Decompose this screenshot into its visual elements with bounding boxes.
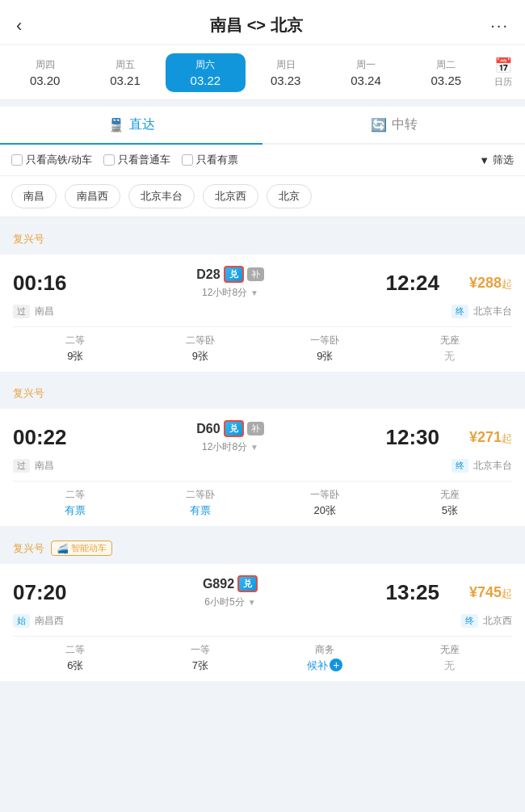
seat-avail-yidengwo-2: 20张 bbox=[314, 503, 336, 518]
seat-wuzuo-2: 无座 5张 bbox=[388, 488, 513, 518]
seat-row-2: 二等 有票 二等卧 有票 一等卧 20张 无座 5张 bbox=[13, 488, 512, 518]
train-card-3[interactable]: 07:20 G892 兑 6小时5分 ▼ 13:25 ¥745起 始 南昌西 bbox=[0, 564, 525, 681]
datenum-thu: 03.20 bbox=[8, 74, 82, 87]
checkbox-putong[interactable] bbox=[103, 154, 115, 166]
depart-time-2: 00:22 bbox=[13, 425, 86, 450]
divider-1 bbox=[13, 326, 512, 327]
station-beijing-west[interactable]: 北京西 bbox=[203, 184, 258, 208]
section-label-3-text: 复兴号 bbox=[13, 542, 44, 554]
train-price-3: ¥745起 bbox=[439, 584, 512, 601]
price-qi-3: 起 bbox=[502, 587, 512, 600]
smart-label: 智能动车 bbox=[71, 542, 107, 554]
train-number-area-1: D28 兑 补 12小时8分 ▼ bbox=[86, 266, 375, 300]
expand-arrow-2[interactable]: ▼ bbox=[250, 443, 258, 452]
train-num-1: D28 bbox=[196, 267, 220, 282]
seat-avail-erdengwo-1: 9张 bbox=[192, 349, 208, 364]
checkbox-gaotie[interactable] bbox=[11, 154, 23, 166]
seat-avail-shangwu-3: 候补 bbox=[307, 658, 328, 673]
seat-wuzuo-3: 无座 无 bbox=[388, 643, 513, 673]
filter-bar: 只看高铁/动车 只看普通车 只看有票 ▼ 筛选 bbox=[0, 145, 525, 176]
seat-type-erdeng-2: 二等 bbox=[65, 488, 85, 502]
expand-arrow-3[interactable]: ▼ bbox=[248, 598, 256, 607]
datenum-sun: 03.23 bbox=[249, 74, 322, 87]
tab-bar: 🚆 直达 🔄 中转 bbox=[0, 107, 525, 145]
seat-wuzuo-1: 无座 无 bbox=[388, 334, 513, 364]
station-nanchang[interactable]: 南昌 bbox=[11, 184, 57, 208]
section-label-1: 复兴号 bbox=[0, 225, 525, 253]
train-duration-row-3: 6小时5分 ▼ bbox=[204, 595, 255, 609]
checkbox-youpiao[interactable] bbox=[182, 154, 193, 166]
weekday-sat: 周六 bbox=[169, 58, 242, 72]
date-item-fri[interactable]: 周五 03.21 bbox=[85, 53, 165, 92]
date-item-tue[interactable]: 周二 03.25 bbox=[406, 53, 486, 92]
station-beijing-fengtai[interactable]: 北京丰台 bbox=[128, 184, 195, 208]
seat-shangwu-3: 商务 候补 + bbox=[262, 643, 388, 673]
train-card-1[interactable]: 00:16 D28 兑 补 12小时8分 ▼ 12:24 ¥288起 过 bbox=[0, 255, 525, 372]
shaixuan-button[interactable]: ▼ 筛选 bbox=[479, 153, 514, 167]
seat-yidengwo-1: 一等卧 9张 bbox=[262, 334, 388, 364]
to-station-2: 北京丰台 bbox=[473, 459, 512, 473]
arrive-time-1: 12:24 bbox=[375, 271, 439, 296]
seat-type-wuzuo-2: 无座 bbox=[440, 488, 460, 502]
section-label-3: 复兴号 🚄 智能动车 bbox=[0, 534, 525, 562]
tab-transfer-label: 中转 bbox=[392, 116, 418, 133]
calendar-button[interactable]: 📅 日历 bbox=[486, 52, 520, 93]
badge-mian-1: 兑 bbox=[224, 266, 244, 283]
train-number-row-1: D28 兑 补 bbox=[196, 266, 263, 283]
weekday-tue: 周二 bbox=[410, 58, 483, 72]
shaixuan-label: 筛选 bbox=[493, 153, 514, 167]
train-price-1: ¥288起 bbox=[439, 275, 512, 292]
seat-type-shangwu-3: 商务 bbox=[315, 643, 334, 657]
date-item-thu[interactable]: 周四 03.20 bbox=[5, 53, 85, 92]
station-beijing[interactable]: 北京 bbox=[267, 184, 312, 208]
filter-putong[interactable]: 只看普通车 bbox=[103, 153, 170, 167]
seat-type-yidengwo-1: 一等卧 bbox=[310, 334, 339, 347]
to-station-1: 北京丰台 bbox=[473, 305, 512, 318]
seat-type-wuzuo-1: 无座 bbox=[440, 334, 460, 347]
seat-type-erdeng-1: 二等 bbox=[65, 334, 85, 347]
expand-arrow-1[interactable]: ▼ bbox=[250, 288, 258, 297]
train-main-row-2: 00:22 D60 兑 补 12小时8分 ▼ 12:30 ¥271起 bbox=[13, 420, 512, 454]
back-button[interactable]: ‹ bbox=[16, 15, 22, 36]
section-label-2: 复兴号 bbox=[0, 380, 525, 407]
from-station-2: 南昌 bbox=[35, 459, 54, 473]
tab-direct[interactable]: 🚆 直达 bbox=[0, 107, 262, 145]
seat-row-1: 二等 9张 二等卧 9张 一等卧 9张 无座 无 bbox=[13, 334, 512, 364]
seat-avail-erdeng-2: 有票 bbox=[65, 503, 86, 518]
arrive-time-2: 12:30 bbox=[375, 425, 439, 450]
weekday-thu: 周四 bbox=[8, 58, 82, 72]
header: ‹ 南昌 <> 北京 ··· bbox=[0, 0, 525, 45]
filter-putong-label: 只看普通车 bbox=[118, 153, 170, 167]
seat-avail-wuzuo-2: 5张 bbox=[442, 503, 458, 518]
datenum-mon: 03.24 bbox=[329, 74, 402, 87]
depart-time-3: 07:20 bbox=[13, 580, 86, 605]
train-card-2[interactable]: 00:22 D60 兑 补 12小时8分 ▼ 12:30 ¥271起 过 bbox=[0, 409, 525, 526]
seat-type-erdengwo-1: 二等卧 bbox=[186, 334, 215, 347]
price-qi-1: 起 bbox=[502, 278, 512, 290]
from-station-3: 南昌西 bbox=[35, 614, 64, 628]
datenum-fri: 03.21 bbox=[88, 74, 162, 87]
filter-gaotie[interactable]: 只看高铁/动车 bbox=[11, 153, 92, 167]
date-item-sat[interactable]: 周六 03.22 bbox=[166, 53, 246, 92]
houbu-plus-button[interactable]: + bbox=[330, 658, 342, 671]
train-sub-row-3: 始 南昌西 终 北京西 bbox=[13, 614, 512, 628]
tab-transfer[interactable]: 🔄 中转 bbox=[262, 107, 525, 143]
train-sub-row-2: 过 南昌 终 北京丰台 bbox=[13, 459, 512, 473]
seat-erdeng-2: 二等 有票 bbox=[13, 488, 138, 518]
more-button[interactable]: ··· bbox=[490, 16, 509, 35]
weekday-sun: 周日 bbox=[249, 58, 322, 72]
price-value-1: ¥288 bbox=[469, 275, 502, 291]
from-station-1: 南昌 bbox=[35, 305, 54, 318]
filter-youpiao-label: 只看有票 bbox=[196, 153, 238, 167]
date-item-sun[interactable]: 周日 03.23 bbox=[246, 53, 326, 92]
smart-icon: 🚄 bbox=[57, 543, 69, 554]
train-icon: 🚆 bbox=[108, 117, 124, 133]
station-nanchang-west[interactable]: 南昌西 bbox=[65, 184, 120, 208]
seat-avail-erdeng-3: 6张 bbox=[67, 658, 83, 673]
filter-icon: ▼ bbox=[479, 154, 489, 166]
filter-youpiao[interactable]: 只看有票 bbox=[182, 153, 238, 167]
seat-avail-wuzuo-1: 无 bbox=[444, 349, 455, 364]
price-value-2: ¥271 bbox=[469, 429, 502, 445]
smart-tag: 🚄 智能动车 bbox=[51, 541, 112, 556]
date-item-mon[interactable]: 周一 03.24 bbox=[326, 53, 405, 92]
